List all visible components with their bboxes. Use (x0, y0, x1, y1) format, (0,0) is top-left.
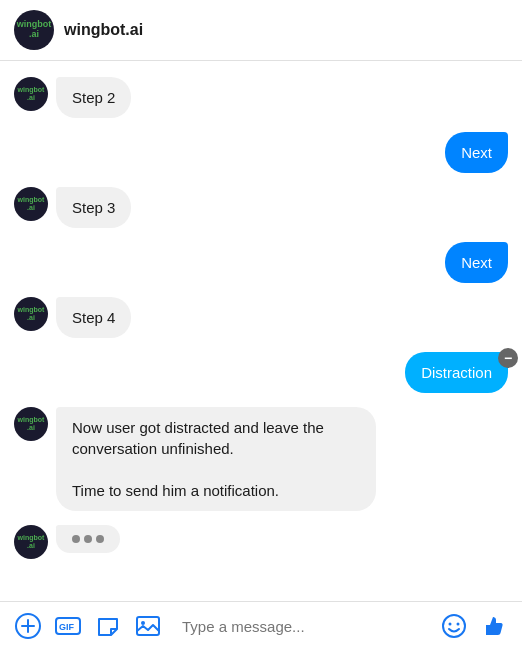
message-row-distraction: Distraction (405, 352, 508, 393)
sticker-icon (95, 613, 121, 639)
bot-line1: Now user got distracted and leave the co… (72, 419, 324, 457)
bubble-step3: Step 3 (56, 187, 131, 228)
message-row-typing: wingbot.ai (14, 525, 120, 559)
add-button[interactable] (12, 610, 44, 642)
bubble-next1: Next (445, 132, 508, 173)
gallery-button[interactable] (132, 610, 164, 642)
add-icon (15, 613, 41, 639)
typing-dot-3 (96, 535, 104, 543)
bot-avatar-1: wingbot.ai (14, 77, 48, 111)
svg-point-6 (141, 621, 145, 625)
typing-dot-1 (72, 535, 80, 543)
svg-text:GIF: GIF (59, 622, 75, 632)
bot-avatar-2: wingbot.ai (14, 187, 48, 221)
header-avatar: wingbot.ai (14, 10, 54, 50)
bubble-step2: Step 2 (56, 77, 131, 118)
sticker-button[interactable] (92, 610, 124, 642)
header-logo-text: wingbot.ai (17, 20, 52, 40)
scroll-minus-icon: − (504, 351, 512, 365)
svg-point-7 (443, 615, 465, 637)
message-row-step2: wingbot.ai Step 2 (14, 77, 131, 118)
svg-rect-5 (137, 617, 159, 635)
message-row-bot-multiline: wingbot.ai Now user got distracted and l… (14, 407, 376, 511)
bot-avatar-5: wingbot.ai (14, 525, 48, 559)
thumbs-up-button[interactable] (478, 610, 510, 642)
bubble-distraction: Distraction (405, 352, 508, 393)
typing-dot-2 (84, 535, 92, 543)
bubble-bot-multiline: Now user got distracted and leave the co… (56, 407, 376, 511)
thumbs-up-icon (481, 613, 507, 639)
message-row-next1: Next (445, 132, 508, 173)
message-input[interactable] (172, 612, 430, 641)
svg-point-9 (457, 623, 460, 626)
chat-header: wingbot.ai wingbot.ai (0, 0, 522, 61)
chat-area: wingbot.ai Step 2 Next wingbot.ai Step 3… (0, 61, 522, 601)
svg-point-8 (449, 623, 452, 626)
emoji-icon (441, 613, 467, 639)
gif-button[interactable]: GIF (52, 610, 84, 642)
bubble-step4: Step 4 (56, 297, 131, 338)
gallery-icon (135, 613, 161, 639)
message-row-next2: Next (445, 242, 508, 283)
bot-line2: Time to send him a notification. (72, 482, 279, 499)
gif-icon: GIF (55, 613, 81, 639)
message-toolbar: GIF (0, 601, 522, 650)
bot-avatar-3: wingbot.ai (14, 297, 48, 331)
emoji-button[interactable] (438, 610, 470, 642)
typing-indicator (56, 525, 120, 553)
message-row-step3: wingbot.ai Step 3 (14, 187, 131, 228)
bot-avatar-4: wingbot.ai (14, 407, 48, 441)
header-title: wingbot.ai (64, 21, 143, 39)
scroll-indicator[interactable]: − (498, 348, 518, 368)
message-row-step4: wingbot.ai Step 4 (14, 297, 131, 338)
bubble-next2: Next (445, 242, 508, 283)
